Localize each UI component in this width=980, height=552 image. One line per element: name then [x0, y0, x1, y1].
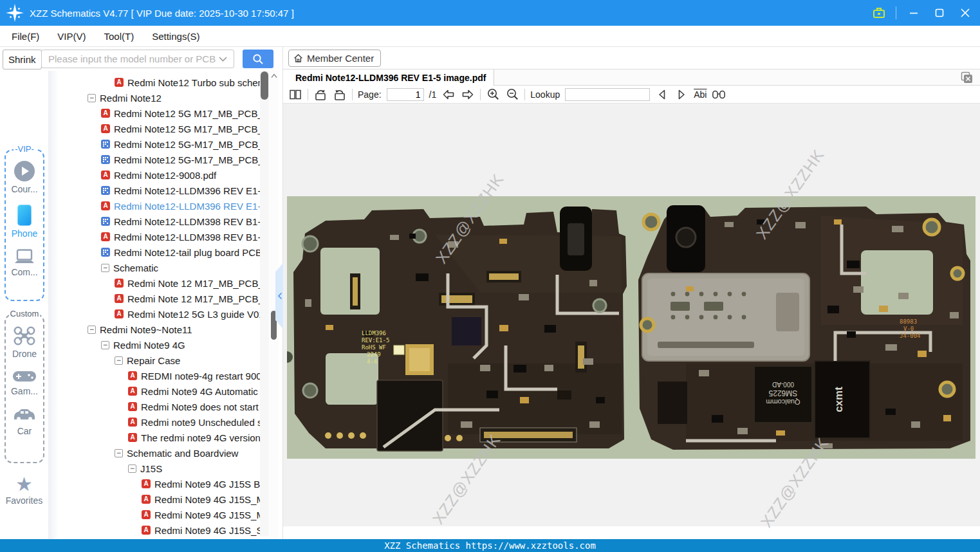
pdf-file-icon: A	[101, 124, 110, 133]
tree-item[interactable]: Redmi Note12-LLDM398 REV B1-5	[48, 214, 260, 229]
tree-scrollbar-thumb[interactable]	[261, 71, 268, 100]
collapse-icon[interactable]: −	[88, 326, 96, 334]
menu-vip[interactable]: VIP(V)	[57, 31, 86, 42]
tree-item[interactable]: −Schematic and Boardview	[48, 445, 260, 461]
close-button[interactable]	[957, 5, 974, 21]
find-previous-button[interactable]	[655, 87, 669, 102]
find-next-button[interactable]	[674, 87, 689, 102]
tree-item[interactable]: −Redmi Note9 4G	[48, 337, 260, 353]
collapse-icon[interactable]: −	[115, 449, 123, 457]
tree-item[interactable]: ARedmi Note12 5G M17_MB_PCB_V0	[48, 106, 260, 121]
tree-item[interactable]: ARedmi Note12-LLDM396 REV E1-5	[48, 198, 260, 214]
pcb-mark-text: J4-004	[900, 333, 921, 339]
rail-item-game[interactable]: Gam...	[11, 369, 38, 396]
tree-item[interactable]: ARedmi Note9 4G Automatic S	[48, 383, 260, 399]
next-page-button[interactable]	[461, 87, 475, 102]
maximize-button[interactable]	[931, 5, 948, 21]
rail-item-label: Cour...	[11, 184, 37, 194]
star-icon: ★	[15, 475, 33, 494]
tree-item[interactable]: ARedmi Note9 4G J15S_MB	[48, 507, 260, 522]
document-tab[interactable]: Redmi Note12-LLDM396 REV E1-5 image.pdf	[283, 69, 494, 86]
rail-item-phone[interactable]: Phone	[12, 205, 37, 239]
tree-item[interactable]: ARedmi Note 12 M17_MB_PCB_V	[48, 291, 260, 306]
two-page-view-button[interactable]	[288, 87, 302, 102]
tree-item[interactable]: −J15S	[48, 461, 260, 476]
tree-item[interactable]: Redmi Note12-tail plug board PCB	[48, 244, 260, 260]
tree-item[interactable]: −Schematic	[48, 260, 260, 275]
tree-item[interactable]: ARedmi Note9 4G J15S_MB	[48, 492, 260, 507]
menu-settings[interactable]: Settings(S)	[152, 31, 199, 42]
tree-item-label: REDMI note9-4g restart 9008	[141, 371, 260, 382]
tree-item[interactable]: Redmi Note12 5G-M17_MB_PCB_V	[48, 152, 260, 167]
chip-text-sm6225: SM6225	[768, 389, 797, 398]
lookup-input[interactable]	[565, 88, 650, 101]
titlebar-separator	[896, 6, 896, 19]
tree-item[interactable]: ARedmi Note9 does not start u	[48, 399, 260, 414]
collapse-icon[interactable]: −	[128, 465, 136, 473]
title-bar: XZZ Schematics V4.77 [ VIP Due date: 202…	[0, 0, 980, 26]
zoom-in-button[interactable]	[486, 87, 500, 102]
chevron-down-icon[interactable]	[219, 57, 227, 62]
tree-item[interactable]: AREDMI note9-4g restart 9008	[48, 368, 260, 383]
pdf-canvas[interactable]: LLDM396 REV:E1-5 RoHS WF 2249 4-4	[283, 104, 980, 526]
rail-item-computer[interactable]: Com...	[11, 249, 37, 277]
tree-scrollbar[interactable]	[260, 71, 269, 537]
page-number-input[interactable]	[387, 88, 424, 101]
license-briefcase-icon[interactable]	[871, 5, 887, 21]
tree-item[interactable]: ARedmi note9 Unscheduled sh	[48, 414, 260, 430]
collapse-icon[interactable]: −	[88, 94, 96, 102]
menu-file[interactable]: File(F)	[12, 31, 39, 42]
close-tabs-icon[interactable]	[961, 71, 973, 84]
rail-item-label: Phone	[12, 228, 37, 239]
custom-group-label: Custom	[9, 309, 41, 318]
tree-item[interactable]: −Redmi Note12	[48, 90, 260, 106]
rail-item-car[interactable]: Car	[12, 407, 37, 436]
zoom-out-button[interactable]	[505, 87, 519, 102]
tree-item[interactable]: ARedmi Note12-9008.pdf	[48, 167, 260, 183]
tree-item-label: Redmi Note12 Turbo sub schem	[127, 77, 260, 88]
tree-item[interactable]: ARedmi Note9 4G J15S_SUI	[48, 522, 260, 538]
binoculars-icon[interactable]	[712, 87, 726, 102]
tree-item-label: Redmi Note12 5G L3 guide V01.	[127, 309, 260, 320]
pcb-silk-text: REV:E1-5	[362, 337, 389, 344]
tree-item[interactable]: −Redmi Note9~Note11	[48, 322, 260, 337]
tree-item[interactable]: ARedmi Note9 4G J15S BB-	[48, 476, 260, 492]
category-rail: -VIP- Cour... Phone Com... Custom	[0, 71, 48, 539]
rail-item-favorites[interactable]: ★ Favorites	[0, 475, 48, 506]
minimize-button[interactable]	[905, 5, 922, 21]
tree-item[interactable]: ARedmi Note12 5G L3 guide V01.	[48, 306, 260, 322]
shrink-button[interactable]: Shrink	[3, 50, 42, 69]
pdf-file-icon: A	[128, 371, 137, 380]
tree-item[interactable]: −Repair Case	[48, 353, 260, 368]
tree-item-label: Redmi Note12-LLDM396 REV E1-5	[114, 185, 260, 196]
rail-item-drone[interactable]: Drone	[12, 326, 37, 359]
search-input[interactable]	[41, 50, 234, 68]
tree-item[interactable]: ARedmi Note 12 M17_MB_PCB_V	[48, 275, 260, 291]
collapse-icon[interactable]: −	[101, 341, 109, 349]
tree-item[interactable]: Redmi Note12-LLDM396 REV E1-5	[48, 183, 260, 198]
toolbar-separator	[308, 89, 308, 100]
tree-item-label: Redmi Note 12 M17_MB_PCB_V	[127, 278, 260, 289]
tree-item[interactable]: ARedmi Note12-LLDM398 REV B1-5	[48, 229, 260, 244]
tree-item[interactable]: Redmi Note12 5G-M17_MB_PCB_V	[48, 136, 260, 152]
tree-item[interactable]: ARedmi Note12 5G M17_MB_PCB_V0	[48, 121, 260, 136]
menu-tool[interactable]: Tool(T)	[104, 31, 134, 42]
rail-item-course[interactable]: Cour...	[11, 161, 37, 194]
rotate-left-button[interactable]	[313, 87, 328, 102]
tree-item[interactable]: ARedmi Note12 Turbo sub schem	[48, 75, 260, 90]
document-tab-title: Redmi Note12-LLDM396 REV E1-5 image.pdf	[295, 73, 486, 83]
search-button[interactable]	[243, 50, 273, 68]
tree-item-label: Redmi Note12-tail plug board PCB	[114, 247, 260, 258]
match-case-button[interactable]: Abi	[694, 89, 707, 100]
collapse-icon[interactable]: −	[101, 264, 109, 272]
collapse-icon[interactable]: −	[115, 356, 123, 365]
member-center-label: Member Center	[307, 53, 374, 64]
pdf-file-icon: A	[115, 309, 124, 318]
member-center-button[interactable]: Member Center	[288, 50, 381, 67]
rotate-right-button[interactable]	[333, 87, 347, 102]
tree-item[interactable]: AThe redmi note9 4G version i	[48, 430, 260, 445]
scroll-up-icon[interactable]	[271, 73, 277, 78]
pdf-file-icon: A	[142, 479, 151, 488]
car-icon	[12, 407, 37, 423]
previous-page-button[interactable]	[441, 87, 456, 102]
